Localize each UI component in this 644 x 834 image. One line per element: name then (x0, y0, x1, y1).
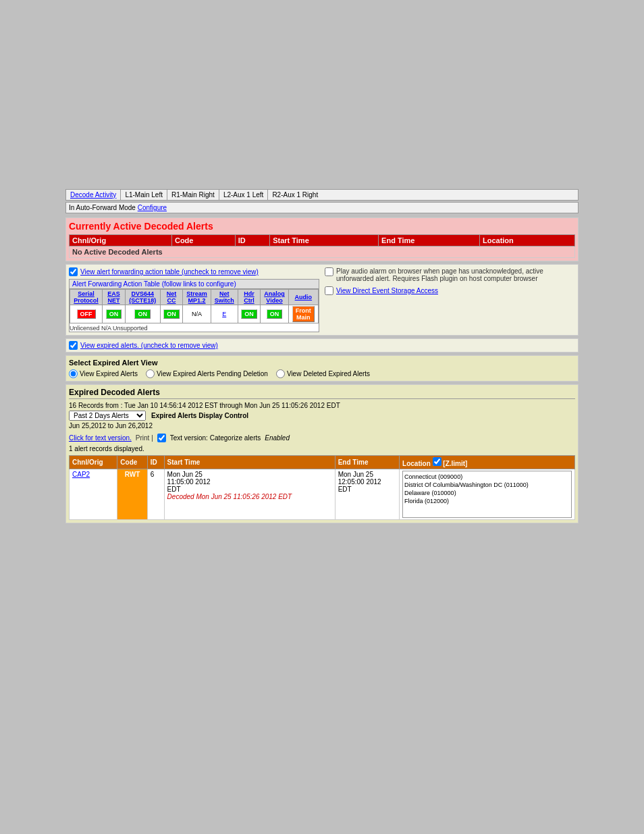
categorize-label: Text version: Categorize alerts (170, 434, 261, 442)
channel-r2: R2-Aux 1 Right (268, 190, 578, 200)
exp-start-cell: Mon Jun 2511:05:00 2012EDT Decoded Mon J… (164, 469, 335, 520)
radio-view-deleted[interactable]: View Deleted Expired Alerts (276, 369, 370, 378)
net-cc-btn-on[interactable]: ON (163, 309, 180, 319)
forwarding-table-title: Alert Forwarding Action Table (follow li… (70, 280, 319, 289)
date-range: Jun 25,2012 to Jun 26,2012 (69, 422, 575, 429)
categorize-enabled: Enabled (265, 434, 290, 442)
radio-pending-deletion[interactable]: View Expired Alerts Pending Deletion (146, 369, 268, 378)
exp-start-time: Mon Jun 2511:05:00 2012EDT (167, 471, 332, 493)
location-box[interactable]: Connecticut (009000) District Of Columbi… (402, 471, 572, 518)
forwarding-table: SerialProtocol EASNET DVS644(SCTE18) Net… (70, 289, 319, 323)
radio-view-expired-label: View Expired Alerts (80, 370, 138, 377)
audio-alarm-label: Play audio alarm on browser when page ha… (336, 267, 575, 282)
radio-view-expired[interactable]: View Expired Alerts (69, 369, 138, 378)
print-link[interactable]: Print | (136, 434, 153, 442)
radio-view-deleted-label: View Deleted Expired Alerts (287, 370, 370, 377)
location-item-ct: Connecticut (009000) (404, 473, 570, 481)
view-expired-checkbox[interactable] (69, 341, 78, 350)
view-direct-storage-checkbox[interactable] (325, 286, 333, 295)
forwarding-table-container: Alert Forwarding Action Table (follow li… (69, 279, 319, 332)
expired-alerts-title: Expired Decoded Alerts (69, 388, 575, 399)
col-location: Location (479, 235, 574, 246)
select-view-title: Select Expired Alert View (69, 359, 575, 367)
decode-activity-bar: Decode Activity L1-Main Left R1-Main Rig… (65, 189, 579, 201)
fwd-col-net-cc[interactable]: NetCC (160, 290, 183, 305)
exp-col-code: Code (117, 456, 147, 469)
exp-col-location: Location [Z.limit] (400, 456, 575, 469)
view-expired-row: View expired alerts. (uncheck to remove … (65, 338, 579, 353)
unlicensed-row: Unlicensed N/A Unsupported (70, 325, 319, 332)
display-control-label: Expired Alerts Display Control (151, 412, 248, 419)
view-forwarding-label[interactable]: View alert forwarding action table (unch… (80, 268, 259, 276)
exp-decoded-time: Decoded Mon Jun 25 11:05:26 2012 EDT (167, 493, 332, 500)
options-left: View alert forwarding action table (unch… (69, 267, 319, 332)
fwd-col-net-switch[interactable]: NetSwitch (211, 290, 238, 305)
exp-col-chnl: Chnl/Orig (70, 456, 117, 469)
exp-code-cell: RWT (117, 469, 147, 520)
fwd-col-hdr-ctrl[interactable]: HdrCtrl (238, 290, 261, 305)
radio-group: View Expired Alerts View Expired Alerts … (69, 369, 575, 378)
location-item-fl: Florida (012000) (404, 497, 570, 505)
categorize-checkbox[interactable] (157, 434, 166, 442)
view-direct-storage-label: View Direct Event Storage Access (336, 287, 438, 294)
col-chnl-orig: Chnl/Orig (70, 235, 172, 246)
display-control-select[interactable]: Past 2 Days Alerts Past 7 Days Alerts Pa… (69, 411, 146, 421)
analog-video-btn-on[interactable]: ON (267, 309, 283, 319)
location-filter-checkbox[interactable] (433, 457, 441, 466)
exp-col-start: Start Time (164, 456, 335, 469)
fwd-col-stream-mp12[interactable]: StreamMP1.2 (183, 290, 211, 305)
dvs644-btn-on[interactable]: ON (134, 309, 151, 319)
radio-pending-deletion-label: View Expired Alerts Pending Deletion (157, 370, 268, 377)
exp-end-cell: Mon Jun 2512:05:00 2012EDT (335, 469, 399, 520)
fwd-col-analog-video[interactable]: AnalogVideo (261, 290, 288, 305)
net-switch-e: E (222, 311, 226, 317)
location-item-dc: District Of Columbia/Washington DC (0110… (404, 481, 570, 489)
audio-alarm-checkbox[interactable] (325, 267, 333, 276)
expired-table: Chnl/Orig Code ID Start Time End Time Lo… (69, 455, 575, 520)
expired-alerts-section: Expired Decoded Alerts 16 Records from :… (65, 384, 579, 523)
fwd-col-audio[interactable]: Audio (288, 290, 318, 305)
select-view-section: Select Expired Alert View View Expired A… (65, 355, 579, 382)
text-version-row: Click for text version. Print | Text ver… (69, 434, 575, 442)
exp-col-end: End Time (335, 456, 399, 469)
col-code: Code (171, 235, 235, 246)
channel-r1: R1-Main Right (167, 190, 219, 200)
text-version-link[interactable]: Click for text version. (69, 434, 132, 442)
exp-chnl-cell[interactable]: CAP2 (70, 469, 117, 520)
alert-count: 1 alert records displayed. (69, 445, 575, 452)
fwd-col-eas-net[interactable]: EASNET (103, 290, 126, 305)
auto-forward-bar: In Auto-Forward Mode Configure (65, 202, 579, 213)
decode-activity-link[interactable]: Decode Activity (66, 190, 121, 200)
forwarding-row: OFF ON ON ON N/A E ON ON FrontMain (70, 305, 319, 323)
active-alerts-section: Currently Active Decoded Alerts Chnl/Ori… (65, 217, 579, 261)
col-id: ID (235, 235, 269, 246)
col-start-time: Start Time (270, 235, 379, 246)
fwd-col-dvs644[interactable]: DVS644(SCTE18) (125, 290, 160, 305)
no-active-text: No Active Decoded Alerts (70, 246, 575, 258)
channel-l1: L1-Main Left (121, 190, 167, 200)
col-end-time: End Time (379, 235, 480, 246)
exp-col-id: ID (147, 456, 164, 469)
expired-alert-row: CAP2 RWT 6 Mon Jun 2511:05:00 2012EDT De… (70, 469, 575, 520)
serial-btn-off[interactable]: OFF (77, 309, 96, 319)
location-item-de: Delaware (010000) (404, 489, 570, 497)
options-right: Play audio alarm on browser when page ha… (325, 267, 575, 332)
options-area: View alert forwarding action table (unch… (65, 264, 579, 336)
channel-l2: L2-Aux 1 Left (219, 190, 268, 200)
display-control-row: Past 2 Days Alerts Past 7 Days Alerts Pa… (69, 411, 575, 421)
main-container: Decode Activity L1-Main Left R1-Main Rig… (65, 189, 579, 523)
exp-location-cell: Connecticut (009000) District Of Columbi… (400, 469, 575, 520)
audio-front-main-btn[interactable]: FrontMain (292, 306, 315, 322)
active-alerts-table: Chnl/Orig Code ID Start Time End Time Lo… (69, 234, 575, 258)
auto-forward-text: In Auto-Forward Mode (69, 204, 136, 211)
stream-na: N/A (192, 311, 202, 317)
eas-net-btn-on[interactable]: ON (106, 309, 122, 319)
view-expired-label[interactable]: View expired alerts. (uncheck to remove … (80, 342, 218, 349)
hdr-ctrl-btn-on[interactable]: ON (241, 309, 257, 319)
configure-link[interactable]: Configure (138, 204, 167, 211)
location-filter-label: [Z.limit] (443, 460, 467, 467)
fwd-col-serial[interactable]: SerialProtocol (70, 290, 103, 305)
no-active-alerts-row: No Active Decoded Alerts (70, 246, 575, 258)
view-forwarding-checkbox[interactable] (69, 267, 78, 276)
active-alerts-title: Currently Active Decoded Alerts (69, 221, 575, 232)
